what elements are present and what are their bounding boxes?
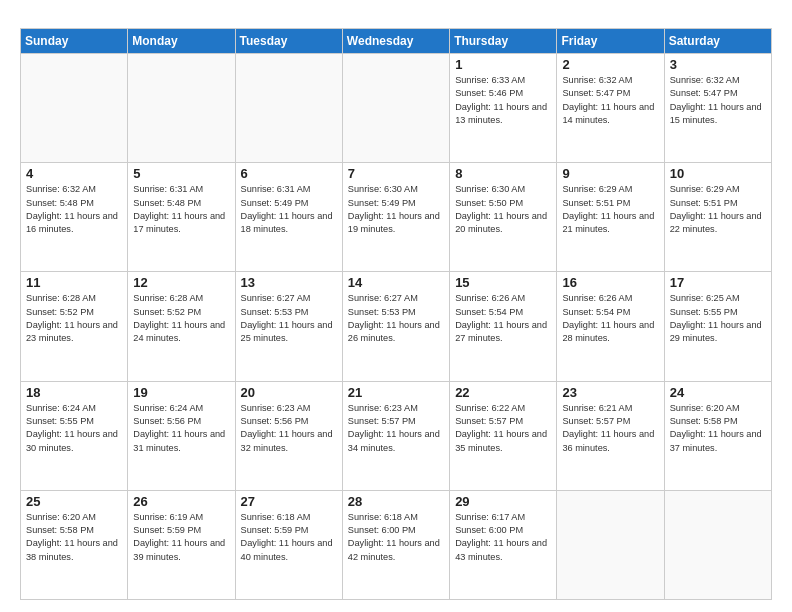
day-number: 23 bbox=[562, 385, 658, 400]
calendar-cell: 28Sunrise: 6:18 AM Sunset: 6:00 PM Dayli… bbox=[342, 490, 449, 599]
day-number: 16 bbox=[562, 275, 658, 290]
day-info: Sunrise: 6:32 AM Sunset: 5:47 PM Dayligh… bbox=[562, 74, 658, 127]
day-info: Sunrise: 6:23 AM Sunset: 5:57 PM Dayligh… bbox=[348, 402, 444, 455]
calendar-cell bbox=[664, 490, 771, 599]
calendar-cell: 29Sunrise: 6:17 AM Sunset: 6:00 PM Dayli… bbox=[450, 490, 557, 599]
calendar-cell bbox=[21, 54, 128, 163]
day-info: Sunrise: 6:20 AM Sunset: 5:58 PM Dayligh… bbox=[26, 511, 122, 564]
day-info: Sunrise: 6:18 AM Sunset: 5:59 PM Dayligh… bbox=[241, 511, 337, 564]
calendar-cell: 15Sunrise: 6:26 AM Sunset: 5:54 PM Dayli… bbox=[450, 272, 557, 381]
day-number: 29 bbox=[455, 494, 551, 509]
calendar-cell: 26Sunrise: 6:19 AM Sunset: 5:59 PM Dayli… bbox=[128, 490, 235, 599]
calendar-cell: 23Sunrise: 6:21 AM Sunset: 5:57 PM Dayli… bbox=[557, 381, 664, 490]
calendar-table: SundayMondayTuesdayWednesdayThursdayFrid… bbox=[20, 28, 772, 600]
header: General Blue bbox=[20, 16, 772, 18]
calendar-header-sunday: Sunday bbox=[21, 29, 128, 54]
day-info: Sunrise: 6:31 AM Sunset: 5:49 PM Dayligh… bbox=[241, 183, 337, 236]
day-info: Sunrise: 6:32 AM Sunset: 5:48 PM Dayligh… bbox=[26, 183, 122, 236]
calendar-cell: 12Sunrise: 6:28 AM Sunset: 5:52 PM Dayli… bbox=[128, 272, 235, 381]
day-number: 13 bbox=[241, 275, 337, 290]
day-number: 8 bbox=[455, 166, 551, 181]
calendar-cell: 18Sunrise: 6:24 AM Sunset: 5:55 PM Dayli… bbox=[21, 381, 128, 490]
calendar-cell: 25Sunrise: 6:20 AM Sunset: 5:58 PM Dayli… bbox=[21, 490, 128, 599]
calendar-cell: 22Sunrise: 6:22 AM Sunset: 5:57 PM Dayli… bbox=[450, 381, 557, 490]
day-info: Sunrise: 6:26 AM Sunset: 5:54 PM Dayligh… bbox=[562, 292, 658, 345]
day-number: 15 bbox=[455, 275, 551, 290]
day-number: 19 bbox=[133, 385, 229, 400]
day-number: 25 bbox=[26, 494, 122, 509]
day-number: 10 bbox=[670, 166, 766, 181]
calendar-cell bbox=[128, 54, 235, 163]
day-info: Sunrise: 6:18 AM Sunset: 6:00 PM Dayligh… bbox=[348, 511, 444, 564]
calendar-header-wednesday: Wednesday bbox=[342, 29, 449, 54]
calendar-cell bbox=[557, 490, 664, 599]
calendar-cell: 9Sunrise: 6:29 AM Sunset: 5:51 PM Daylig… bbox=[557, 163, 664, 272]
calendar-cell: 14Sunrise: 6:27 AM Sunset: 5:53 PM Dayli… bbox=[342, 272, 449, 381]
day-info: Sunrise: 6:25 AM Sunset: 5:55 PM Dayligh… bbox=[670, 292, 766, 345]
day-number: 27 bbox=[241, 494, 337, 509]
calendar-cell: 20Sunrise: 6:23 AM Sunset: 5:56 PM Dayli… bbox=[235, 381, 342, 490]
day-number: 6 bbox=[241, 166, 337, 181]
day-number: 17 bbox=[670, 275, 766, 290]
calendar-cell: 21Sunrise: 6:23 AM Sunset: 5:57 PM Dayli… bbox=[342, 381, 449, 490]
calendar-header-saturday: Saturday bbox=[664, 29, 771, 54]
page: General Blue SundayMondayTuesdayWednesda… bbox=[0, 0, 792, 612]
day-info: Sunrise: 6:31 AM Sunset: 5:48 PM Dayligh… bbox=[133, 183, 229, 236]
day-info: Sunrise: 6:28 AM Sunset: 5:52 PM Dayligh… bbox=[26, 292, 122, 345]
day-info: Sunrise: 6:19 AM Sunset: 5:59 PM Dayligh… bbox=[133, 511, 229, 564]
calendar-cell: 10Sunrise: 6:29 AM Sunset: 5:51 PM Dayli… bbox=[664, 163, 771, 272]
calendar-cell bbox=[342, 54, 449, 163]
calendar-week-5: 25Sunrise: 6:20 AM Sunset: 5:58 PM Dayli… bbox=[21, 490, 772, 599]
day-number: 7 bbox=[348, 166, 444, 181]
calendar-header-thursday: Thursday bbox=[450, 29, 557, 54]
calendar-header-row: SundayMondayTuesdayWednesdayThursdayFrid… bbox=[21, 29, 772, 54]
calendar-cell bbox=[235, 54, 342, 163]
day-number: 26 bbox=[133, 494, 229, 509]
day-info: Sunrise: 6:23 AM Sunset: 5:56 PM Dayligh… bbox=[241, 402, 337, 455]
day-number: 1 bbox=[455, 57, 551, 72]
day-info: Sunrise: 6:27 AM Sunset: 5:53 PM Dayligh… bbox=[241, 292, 337, 345]
day-number: 3 bbox=[670, 57, 766, 72]
calendar-cell: 6Sunrise: 6:31 AM Sunset: 5:49 PM Daylig… bbox=[235, 163, 342, 272]
calendar-cell: 16Sunrise: 6:26 AM Sunset: 5:54 PM Dayli… bbox=[557, 272, 664, 381]
day-info: Sunrise: 6:33 AM Sunset: 5:46 PM Dayligh… bbox=[455, 74, 551, 127]
calendar-header-tuesday: Tuesday bbox=[235, 29, 342, 54]
day-info: Sunrise: 6:32 AM Sunset: 5:47 PM Dayligh… bbox=[670, 74, 766, 127]
day-info: Sunrise: 6:24 AM Sunset: 5:56 PM Dayligh… bbox=[133, 402, 229, 455]
calendar-cell: 5Sunrise: 6:31 AM Sunset: 5:48 PM Daylig… bbox=[128, 163, 235, 272]
calendar-cell: 2Sunrise: 6:32 AM Sunset: 5:47 PM Daylig… bbox=[557, 54, 664, 163]
day-number: 4 bbox=[26, 166, 122, 181]
day-number: 22 bbox=[455, 385, 551, 400]
day-number: 18 bbox=[26, 385, 122, 400]
day-info: Sunrise: 6:21 AM Sunset: 5:57 PM Dayligh… bbox=[562, 402, 658, 455]
calendar-cell: 4Sunrise: 6:32 AM Sunset: 5:48 PM Daylig… bbox=[21, 163, 128, 272]
day-number: 28 bbox=[348, 494, 444, 509]
calendar-cell: 1Sunrise: 6:33 AM Sunset: 5:46 PM Daylig… bbox=[450, 54, 557, 163]
calendar-week-4: 18Sunrise: 6:24 AM Sunset: 5:55 PM Dayli… bbox=[21, 381, 772, 490]
day-info: Sunrise: 6:17 AM Sunset: 6:00 PM Dayligh… bbox=[455, 511, 551, 564]
calendar-cell: 3Sunrise: 6:32 AM Sunset: 5:47 PM Daylig… bbox=[664, 54, 771, 163]
day-info: Sunrise: 6:24 AM Sunset: 5:55 PM Dayligh… bbox=[26, 402, 122, 455]
day-info: Sunrise: 6:29 AM Sunset: 5:51 PM Dayligh… bbox=[670, 183, 766, 236]
calendar-header-friday: Friday bbox=[557, 29, 664, 54]
day-number: 9 bbox=[562, 166, 658, 181]
calendar-header-monday: Monday bbox=[128, 29, 235, 54]
day-number: 21 bbox=[348, 385, 444, 400]
calendar-cell: 27Sunrise: 6:18 AM Sunset: 5:59 PM Dayli… bbox=[235, 490, 342, 599]
calendar-cell: 7Sunrise: 6:30 AM Sunset: 5:49 PM Daylig… bbox=[342, 163, 449, 272]
calendar-cell: 11Sunrise: 6:28 AM Sunset: 5:52 PM Dayli… bbox=[21, 272, 128, 381]
calendar-cell: 24Sunrise: 6:20 AM Sunset: 5:58 PM Dayli… bbox=[664, 381, 771, 490]
day-number: 11 bbox=[26, 275, 122, 290]
day-number: 20 bbox=[241, 385, 337, 400]
day-number: 14 bbox=[348, 275, 444, 290]
day-info: Sunrise: 6:30 AM Sunset: 5:50 PM Dayligh… bbox=[455, 183, 551, 236]
day-number: 2 bbox=[562, 57, 658, 72]
calendar-week-1: 1Sunrise: 6:33 AM Sunset: 5:46 PM Daylig… bbox=[21, 54, 772, 163]
calendar-week-2: 4Sunrise: 6:32 AM Sunset: 5:48 PM Daylig… bbox=[21, 163, 772, 272]
calendar-cell: 19Sunrise: 6:24 AM Sunset: 5:56 PM Dayli… bbox=[128, 381, 235, 490]
calendar-cell: 8Sunrise: 6:30 AM Sunset: 5:50 PM Daylig… bbox=[450, 163, 557, 272]
day-info: Sunrise: 6:26 AM Sunset: 5:54 PM Dayligh… bbox=[455, 292, 551, 345]
calendar-week-3: 11Sunrise: 6:28 AM Sunset: 5:52 PM Dayli… bbox=[21, 272, 772, 381]
day-number: 24 bbox=[670, 385, 766, 400]
day-info: Sunrise: 6:28 AM Sunset: 5:52 PM Dayligh… bbox=[133, 292, 229, 345]
